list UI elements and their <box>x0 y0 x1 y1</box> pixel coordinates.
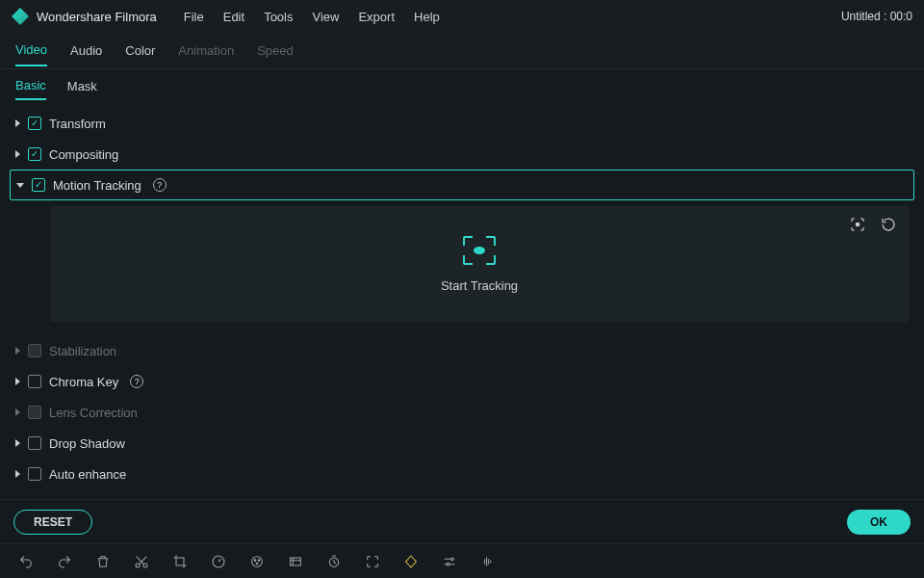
tab-animation: Animation <box>178 36 234 66</box>
reset-button[interactable]: RESET <box>13 510 92 535</box>
panel-label: Drop Shadow <box>49 436 125 451</box>
menu-export[interactable]: Export <box>358 10 395 24</box>
tab-video[interactable]: Video <box>15 35 47 66</box>
chevron-right-icon[interactable] <box>15 150 20 158</box>
checkbox-stabilization <box>28 344 41 357</box>
tab-audio[interactable]: Audio <box>70 36 102 66</box>
panel-auto-enhance[interactable]: Auto enhance <box>10 459 914 489</box>
menu-file[interactable]: File <box>184 10 204 24</box>
chevron-right-icon[interactable] <box>15 119 20 127</box>
svg-point-11 <box>447 563 449 565</box>
tab-speed: Speed <box>257 36 294 66</box>
chevron-right-icon <box>15 347 20 355</box>
eye-target-icon[interactable] <box>849 216 866 233</box>
panel-label: Motion Tracking <box>53 178 141 193</box>
svg-point-0 <box>856 223 859 225</box>
freeze-frame-icon[interactable] <box>287 553 304 570</box>
svg-point-10 <box>450 558 453 561</box>
menubar: File Edit Tools View Export Help <box>184 10 440 24</box>
subtab-mask[interactable]: Mask <box>67 73 97 99</box>
checkbox-auto-enhance[interactable] <box>28 467 41 481</box>
checkbox-lens-correction <box>28 406 41 419</box>
redo-icon[interactable] <box>56 553 73 570</box>
panel-label: Auto enhance <box>49 467 126 482</box>
svg-point-6 <box>258 559 260 561</box>
svg-point-2 <box>143 564 147 567</box>
menu-help[interactable]: Help <box>414 10 440 24</box>
checkbox-compositing[interactable] <box>28 147 41 161</box>
bottom-toolbar <box>0 543 924 578</box>
checkbox-motion-tracking[interactable] <box>32 178 45 192</box>
svg-point-5 <box>254 559 256 561</box>
panel-label: Chroma Key <box>49 375 118 389</box>
chevron-right-icon <box>15 408 20 416</box>
undo-icon[interactable] <box>17 553 35 570</box>
panel-lens-correction: Lens Correction <box>10 397 914 428</box>
start-tracking-icon[interactable] <box>463 236 496 265</box>
ok-button[interactable]: OK <box>847 510 911 535</box>
cut-icon[interactable] <box>133 553 150 570</box>
panel-motion-tracking[interactable]: Motion Tracking <box>10 170 914 200</box>
keyframe-icon[interactable] <box>402 553 420 570</box>
svg-rect-8 <box>291 558 301 565</box>
subtab-basic[interactable]: Basic <box>15 72 46 100</box>
tab-color[interactable]: Color <box>125 36 155 66</box>
fit-icon[interactable] <box>364 553 381 570</box>
panel-list: Transform Compositing Motion Tracking <box>0 102 924 499</box>
duration-icon[interactable] <box>325 553 343 570</box>
titlebar: Wondershare Filmora File Edit Tools View… <box>0 0 924 33</box>
panel-compositing[interactable]: Compositing <box>10 139 914 170</box>
primary-tabs: Video Audio Color Animation Speed <box>0 33 924 69</box>
document-title: Untitled : 00:0 <box>841 10 912 23</box>
svg-point-4 <box>252 556 263 566</box>
adjustments-icon[interactable] <box>441 553 458 570</box>
menu-view[interactable]: View <box>312 10 339 24</box>
panel-label: Transform <box>49 117 106 131</box>
checkbox-chroma-key[interactable] <box>28 375 41 388</box>
speed-icon[interactable] <box>210 553 227 570</box>
start-tracking-label[interactable]: Start Tracking <box>441 278 518 293</box>
checkbox-transform[interactable] <box>28 117 41 130</box>
color-icon[interactable] <box>248 553 266 570</box>
panel-chroma-key[interactable]: Chroma Key <box>10 366 914 397</box>
panel-label: Lens Correction <box>49 406 138 420</box>
help-icon[interactable] <box>153 178 167 192</box>
panel-stabilization: Stabilization <box>10 335 914 366</box>
crop-icon[interactable] <box>171 553 189 570</box>
filmora-logo-icon <box>12 8 29 25</box>
reset-rotate-icon[interactable] <box>880 216 897 233</box>
sub-tabs: Basic Mask <box>0 69 924 102</box>
motion-tracking-panel: Start Tracking <box>50 206 909 322</box>
help-icon[interactable] <box>130 375 143 388</box>
panel-label: Compositing <box>49 147 118 162</box>
panel-drop-shadow[interactable]: Drop Shadow <box>10 428 914 459</box>
delete-icon[interactable] <box>94 553 112 570</box>
chevron-right-icon[interactable] <box>15 439 20 447</box>
chevron-right-icon[interactable] <box>15 378 20 385</box>
menu-edit[interactable]: Edit <box>223 10 244 24</box>
panel-transform[interactable]: Transform <box>10 108 914 139</box>
checkbox-drop-shadow[interactable] <box>28 436 41 450</box>
svg-point-7 <box>256 563 258 565</box>
chevron-right-icon[interactable] <box>15 470 20 478</box>
svg-point-1 <box>136 564 140 567</box>
chevron-down-icon[interactable] <box>16 183 24 188</box>
audio-waveform-icon[interactable] <box>479 553 497 570</box>
footer-buttons: RESET OK <box>0 499 924 543</box>
menu-tools[interactable]: Tools <box>264 10 293 24</box>
app-title: Wondershare Filmora <box>37 10 157 24</box>
panel-label: Stabilization <box>49 344 116 358</box>
